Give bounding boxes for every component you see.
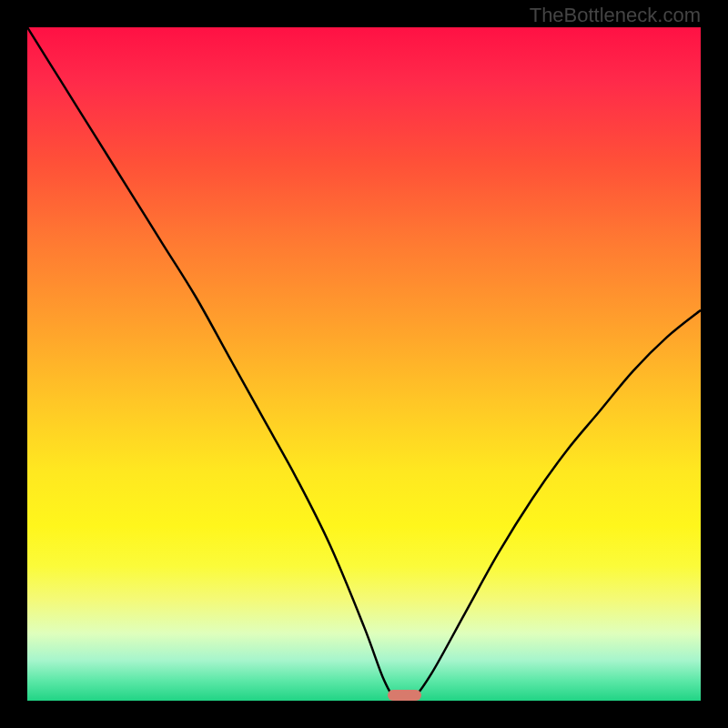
curve-svg xyxy=(27,27,701,701)
watermark-text: TheBottleneck.com xyxy=(530,4,701,27)
chart-container: TheBottleneck.com xyxy=(0,0,728,728)
optimum-marker xyxy=(388,690,421,701)
bottleneck-curve-path xyxy=(27,27,701,701)
chart-area xyxy=(27,27,701,701)
